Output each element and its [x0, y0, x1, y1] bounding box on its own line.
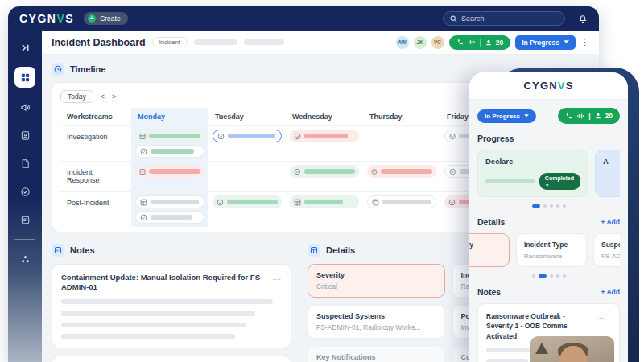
task-card[interactable]	[290, 195, 359, 208]
column-header-wednesday[interactable]: Wednesday	[286, 108, 363, 125]
megaphone-icon	[20, 102, 31, 113]
phone-note-card[interactable]: Ransomware Outbreak - Severity 1 - OOB C…	[477, 303, 620, 362]
document-icon	[20, 158, 31, 169]
top-bar: CYGNVS + Create Search	[8, 6, 599, 31]
avatar[interactable]: AW	[396, 36, 409, 49]
phone-detail-card[interactable]: Suspected SyFS-ADMIN-01,	[593, 233, 620, 267]
column-header-workstreams[interactable]: Workstreams	[60, 108, 131, 125]
avatar[interactable]: JK	[414, 36, 427, 49]
pagination-dot[interactable]	[532, 274, 535, 278]
detail-field-key-notifications[interactable]: Key NotificationsCMT activation pending/…	[308, 346, 445, 362]
timeline-cell	[131, 161, 208, 191]
sidebar-collapse-toggle-icon[interactable]	[16, 39, 34, 56]
detail-field-suspected-systems[interactable]: Suspected SystemsFS-ADMIN-01, Radiology …	[308, 305, 445, 339]
avatar[interactable]: VC	[431, 36, 444, 49]
pagination-dot[interactable]	[550, 204, 553, 208]
phone-status-dropdown[interactable]: In Progress	[477, 109, 536, 123]
task-card[interactable]	[135, 195, 204, 208]
participant-count: 20	[496, 39, 503, 47]
task-card[interactable]	[367, 195, 436, 208]
phone-detail-card[interactable]: Incident TypeRansomware	[516, 233, 587, 267]
phone-detail-card[interactable]: SeverityCritical	[469, 233, 510, 267]
details-carousel[interactable]: SeverityCriticalIncident TypeRansomwareS…	[469, 233, 620, 267]
phone-notes-title: Notes	[477, 287, 501, 297]
timeline-cell	[208, 125, 286, 161]
notes-title: Notes	[70, 245, 95, 255]
sidebar-item-notes[interactable]	[16, 211, 34, 228]
note-card[interactable]: Ransomware Outbreak - Severity 1 - OOB C…	[52, 356, 291, 362]
task-card[interactable]	[290, 130, 359, 142]
pagination-dot[interactable]	[539, 274, 547, 278]
progress-carousel[interactable]: Declare Completed ⌄ A	[477, 150, 620, 197]
timeline-clock-icon	[52, 63, 64, 76]
prev-icon[interactable]: <	[101, 93, 105, 101]
sidebar-item-apps[interactable]	[16, 250, 34, 268]
progress-card-next[interactable]: A	[595, 150, 620, 197]
task-card[interactable]	[367, 165, 436, 178]
create-button[interactable]: + Create	[84, 12, 128, 25]
note-card[interactable]: Containment Update: Manual Isolation Req…	[52, 264, 291, 348]
sidebar-item-documents[interactable]	[16, 154, 34, 172]
task-card[interactable]	[290, 165, 359, 178]
call-pill[interactable]: | 20	[449, 35, 511, 50]
task-card[interactable]	[213, 195, 282, 208]
pagination-dot[interactable]	[532, 204, 540, 208]
phone-header: CYGNVS	[469, 72, 628, 100]
task-card[interactable]	[213, 130, 282, 142]
task-card[interactable]	[135, 211, 204, 224]
task-card[interactable]	[135, 145, 204, 158]
timeline-cell	[208, 191, 286, 227]
sidebar-nav	[8, 31, 42, 362]
pill-separator: |	[588, 112, 590, 120]
bell-icon[interactable]	[578, 14, 588, 23]
pagination-dot[interactable]	[563, 204, 566, 208]
today-button[interactable]: Today	[60, 90, 93, 103]
search-input[interactable]: Search	[443, 11, 565, 26]
details-icon	[308, 244, 320, 257]
progress-bar	[485, 179, 535, 183]
notes-section: Notes Containment Update: Manual Isolati…	[52, 244, 291, 362]
check-circle-icon	[140, 148, 147, 155]
pagination-dot[interactable]	[550, 274, 553, 278]
add-note-button[interactable]: + Add	[601, 288, 620, 296]
pagination-dot[interactable]	[543, 204, 547, 208]
pagination-dot[interactable]	[563, 274, 566, 278]
note-menu-icon[interactable]: ...	[596, 311, 605, 320]
dashboard-grid-icon	[20, 72, 31, 83]
voice-waveform-icon	[576, 113, 584, 120]
task-card[interactable]	[135, 130, 204, 142]
more-menu-icon[interactable]: ⋮	[580, 38, 589, 47]
progress-card-declare[interactable]: Declare Completed ⌄	[477, 150, 588, 197]
check-circle-icon	[20, 187, 31, 197]
status-dropdown[interactable]: In Progress	[515, 35, 576, 50]
search-placeholder: Search	[461, 14, 485, 23]
progress-pagination-dots[interactable]	[477, 204, 620, 208]
check-circle-icon	[217, 133, 225, 140]
column-header-thursday[interactable]: Thursday	[363, 108, 440, 125]
phone-call-pill[interactable]: | 20	[558, 108, 620, 124]
completed-badge[interactable]: Completed ⌄	[539, 173, 580, 190]
sidebar-item-contacts[interactable]	[16, 126, 34, 144]
pagination-dot[interactable]	[556, 274, 559, 278]
cygnvs-logo: CYGNVS	[19, 12, 74, 25]
skeleton-line	[61, 334, 235, 339]
note-menu-icon[interactable]: ...	[273, 273, 282, 282]
chevron-down-icon	[564, 40, 569, 44]
apps-cluster-icon	[20, 254, 31, 265]
next-icon[interactable]: >	[112, 93, 116, 101]
sidebar-item-broadcast[interactable]	[16, 98, 34, 116]
skeleton-line	[61, 323, 246, 328]
details-pagination-dots[interactable]	[477, 274, 620, 278]
pagination-dot[interactable]	[556, 204, 559, 208]
detail-field-severity[interactable]: SeverityCritical	[308, 264, 445, 298]
video-call-thumbnail[interactable]: Ralph Ewards	[530, 336, 614, 362]
column-header-monday[interactable]: Monday	[131, 108, 208, 125]
add-detail-button[interactable]: + Add	[601, 218, 620, 226]
timeline-cell	[363, 191, 440, 227]
sidebar-item-dashboard[interactable]	[14, 67, 35, 88]
column-header-tuesday[interactable]: Tuesday	[208, 108, 286, 125]
task-card[interactable]	[135, 165, 204, 178]
sidebar-item-tasks[interactable]	[16, 183, 34, 200]
notes-icon	[52, 244, 64, 257]
workstream-label: Post-Incident	[60, 191, 131, 227]
